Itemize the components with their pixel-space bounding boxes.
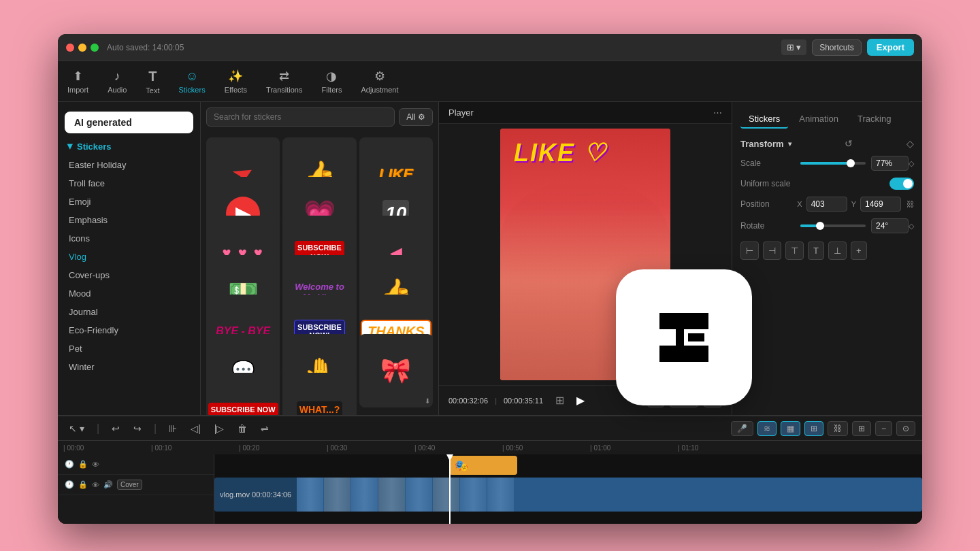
tab-animation[interactable]: Animation (791, 110, 847, 129)
delete-button[interactable]: 🗑 (233, 420, 251, 437)
search-bar: All ⚙ (201, 102, 438, 132)
undo-button[interactable]: ↩ (108, 420, 124, 437)
trim-right-button[interactable]: |▷ (210, 420, 229, 437)
sticker-subscribe-3[interactable]: SUBSCRIBE NOW ⬇ (206, 373, 280, 415)
split-button[interactable]: ⊪ (165, 420, 181, 437)
filter-track-btn[interactable]: ⊞ (804, 421, 823, 436)
snap-btn[interactable]: ⊞ (852, 421, 871, 436)
video-track-btn[interactable]: ▦ (781, 421, 800, 436)
player-content: LIKE ♡ (439, 124, 732, 385)
capcut-logo (616, 269, 752, 405)
toolbar-import-label: Import (67, 86, 88, 94)
sidebar-item-mood[interactable]: Mood (58, 284, 200, 303)
toolbar-transitions[interactable]: ⇄ Transitions (257, 65, 312, 98)
transform-arrow: ▾ (788, 140, 791, 148)
toolbar-transitions-label: Transitions (266, 86, 302, 94)
player-menu-icon[interactable]: ⋯ (713, 107, 722, 118)
settings-btn[interactable]: ⊙ (896, 421, 915, 436)
ai-generated-button[interactable]: AI generated (65, 112, 193, 133)
y-input[interactable] (860, 197, 901, 212)
video-filename: vlog.mov 00:00:34:06 (220, 490, 291, 499)
maximize-button[interactable] (91, 44, 99, 52)
stickers-category-heading[interactable]: Stickers (58, 137, 200, 156)
minimize-button[interactable] (78, 44, 86, 52)
search-input[interactable] (206, 107, 395, 127)
toolbar-text[interactable]: T Text (136, 65, 169, 99)
sidebar-item-emphasis[interactable]: Emphasis (58, 211, 200, 229)
sidebar-item-troll[interactable]: Troll face (58, 174, 200, 193)
video-clip[interactable]: vlog.mov 00:00:34:06 (214, 478, 922, 512)
mic-button[interactable]: 🎤 (731, 421, 753, 436)
rotate-value[interactable]: 24° (871, 218, 909, 233)
sidebar-item-easter[interactable]: Easter Holiday (58, 156, 200, 174)
play-button[interactable]: ▶ (571, 391, 590, 410)
tab-stickers[interactable]: Stickers (740, 110, 788, 129)
link-btn[interactable]: ⛓ (828, 421, 848, 436)
sticker-bow[interactable]: 🎀 ⬇ (359, 334, 433, 407)
align-bottom-button[interactable]: + (851, 241, 867, 260)
timeline-tracks: 🕐 🔒 👁 🕐 🔒 👁 🔊 Cover 🎭 (58, 454, 922, 524)
sidebar-item-eco[interactable]: Eco-Friendly (58, 321, 200, 339)
toolbar: ⬆ Import ♪ Audio T Text ☺ Stickers ✨ Eff… (58, 61, 922, 102)
lock-icon: 🔒 (78, 460, 88, 469)
toolbar-effects[interactable]: ✨ Effects (215, 65, 257, 98)
sidebar-item-icons[interactable]: Icons (58, 229, 200, 248)
toolbar-filters[interactable]: ◑ Filters (312, 65, 351, 98)
sidebar-item-emoji[interactable]: Emoji (58, 193, 200, 211)
rotate-slider[interactable] (800, 224, 866, 227)
rotate-label: Rotate (740, 221, 795, 231)
ruler-mark-110: | 01:10 (678, 444, 766, 452)
rotate-reset[interactable]: ◇ (909, 222, 914, 231)
align-right-button[interactable]: ⊤ (785, 241, 804, 260)
title-bar: Auto saved: 14:00:05 ⊞ ▾ Shortcuts Expor… (58, 34, 922, 61)
video-clip-info: vlog.mov 00:00:34:06 (214, 478, 297, 512)
filter-all-button[interactable]: All ⚙ (399, 108, 433, 126)
tab-tracking[interactable]: Tracking (849, 110, 899, 129)
toolbar-adjustment[interactable]: ⚙ Adjustment (351, 65, 408, 98)
sidebar-item-vlog[interactable]: Vlog (58, 248, 200, 266)
transform-diamond-button[interactable]: ◇ (906, 138, 914, 149)
cursor-tool[interactable]: ↖ ▾ (65, 420, 88, 437)
toolbar-import[interactable]: ⬆ Import (58, 65, 98, 98)
player-title: Player (448, 107, 474, 118)
align-center-v-button[interactable]: ⊥ (828, 241, 847, 260)
sticker-clip[interactable]: 🎭 (449, 456, 517, 475)
text-icon: T (148, 69, 157, 84)
scale-slider[interactable] (800, 162, 866, 165)
toolbar-stickers[interactable]: ☺ Stickers (169, 65, 215, 98)
scale-value[interactable]: 77% (871, 156, 909, 171)
transform-reset-button[interactable]: ↺ (845, 138, 853, 149)
uniform-scale-toggle[interactable] (889, 178, 914, 190)
close-button[interactable] (66, 44, 74, 52)
grid-view-button[interactable]: ⊞ ▾ (781, 39, 807, 55)
x-input[interactable] (806, 197, 847, 212)
position-label: Position (740, 199, 791, 209)
ruler-mark-50: | 00:50 (502, 444, 590, 452)
export-button[interactable]: Export (867, 39, 914, 56)
position-link[interactable]: ⛓ (906, 200, 914, 208)
sticker-what[interactable]: WHAT...? ⬇ (282, 373, 356, 415)
mirror-button[interactable]: ⇌ (257, 420, 273, 437)
align-center-h-button[interactable]: ⊣ (763, 241, 781, 260)
scale-reset[interactable]: ◇ (909, 159, 914, 168)
trim-left-button[interactable]: ◁| (186, 420, 205, 437)
sidebar-item-journal[interactable]: Journal (58, 303, 200, 321)
sidebar-item-cover[interactable]: Cover-ups (58, 266, 200, 284)
toolbar-audio[interactable]: ♪ Audio (98, 65, 136, 98)
track-area: 🎭 vlog.mov 00:00:34:06 (214, 454, 922, 524)
redo-button[interactable]: ↪ (129, 420, 146, 437)
ruler-mark-40: | 00:40 (414, 444, 502, 452)
audio-track-btn[interactable]: ≋ (757, 421, 777, 436)
clock-icon: 🕐 (65, 460, 74, 469)
align-left-button[interactable]: ⊢ (740, 241, 759, 260)
sidebar-item-winter[interactable]: Winter (58, 358, 200, 376)
toolbar-filters-label: Filters (321, 86, 342, 94)
sidebar-item-pet[interactable]: Pet (58, 339, 200, 358)
minus-btn[interactable]: − (875, 421, 892, 436)
align-top-button[interactable]: T (808, 241, 824, 260)
total-time: 00:00:35:11 (504, 397, 543, 405)
ruler-mark-100: | 01:00 (590, 444, 678, 452)
playhead[interactable] (449, 454, 451, 524)
shortcuts-button[interactable]: Shortcuts (812, 39, 862, 56)
transitions-icon: ⇄ (279, 69, 289, 84)
